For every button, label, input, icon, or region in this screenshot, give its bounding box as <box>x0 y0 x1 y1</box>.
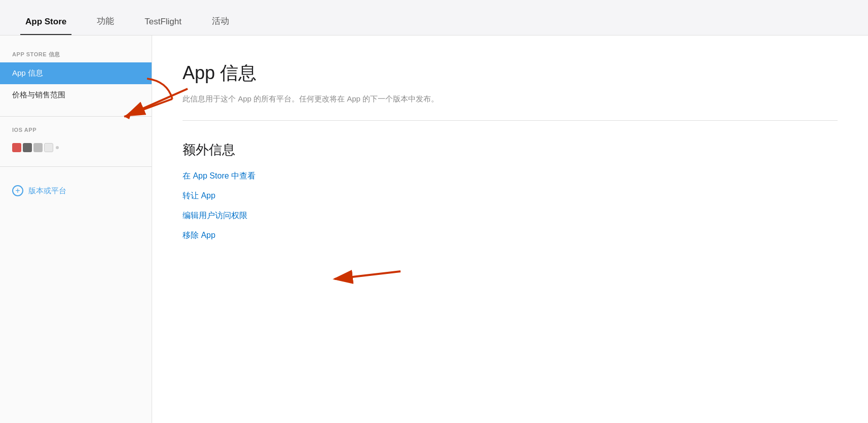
app-block-dark <box>23 143 32 152</box>
content-area: App 信息 此信息用于这个 App 的所有平台。任何更改将在 App 的下一个… <box>152 36 868 423</box>
sidebar-item-app-info[interactable]: App 信息 <box>0 62 152 84</box>
app-dot <box>56 146 59 149</box>
link-edit-access[interactable]: 编辑用户访问权限 <box>183 210 838 221</box>
nav-item-testflight[interactable]: TestFlight <box>139 17 187 35</box>
link-remove-app[interactable]: 移除 App <box>183 230 838 241</box>
link-transfer-app[interactable]: 转让 App <box>183 191 838 201</box>
app-block-white <box>44 143 53 152</box>
nav-item-app-store[interactable]: App Store <box>20 17 71 35</box>
add-version-platform-button[interactable]: + 版本或平台 <box>0 177 152 204</box>
extra-info-title: 额外信息 <box>183 141 838 159</box>
nav-item-activity[interactable]: 活动 <box>207 15 234 35</box>
sidebar-divider <box>0 116 152 117</box>
content-links: 在 App Store 中查看转让 App编辑用户访问权限移除 App <box>183 171 838 241</box>
app-icon-blocks <box>12 143 59 152</box>
main-layout: APP STORE 信息 App 信息价格与销售范围 IOS APP + 版本或… <box>0 36 868 423</box>
sidebar-item-pricing[interactable]: 价格与销售范围 <box>0 84 152 106</box>
nav-item-features[interactable]: 功能 <box>92 15 119 35</box>
link-view-in-store[interactable]: 在 App Store 中查看 <box>183 171 838 182</box>
sidebar-section-ios-app: IOS APP <box>0 127 152 139</box>
app-block-light <box>33 143 43 152</box>
page-subtitle: 此信息用于这个 App 的所有平台。任何更改将在 App 的下一个版本中发布。 <box>183 93 838 105</box>
section-divider <box>183 120 838 121</box>
page-title: App 信息 <box>183 61 838 86</box>
sidebar-section-app-store-info: APP STORE 信息 <box>0 51 152 62</box>
app-version-item[interactable] <box>0 139 152 156</box>
app-block-red <box>12 143 21 152</box>
sidebar-divider-2 <box>0 166 152 167</box>
top-navigation: App Store功能TestFlight活动 <box>0 0 868 36</box>
sidebar: APP STORE 信息 App 信息价格与销售范围 IOS APP + 版本或… <box>0 36 152 423</box>
add-version-platform-label: 版本或平台 <box>28 186 66 196</box>
add-circle-icon: + <box>12 185 23 196</box>
